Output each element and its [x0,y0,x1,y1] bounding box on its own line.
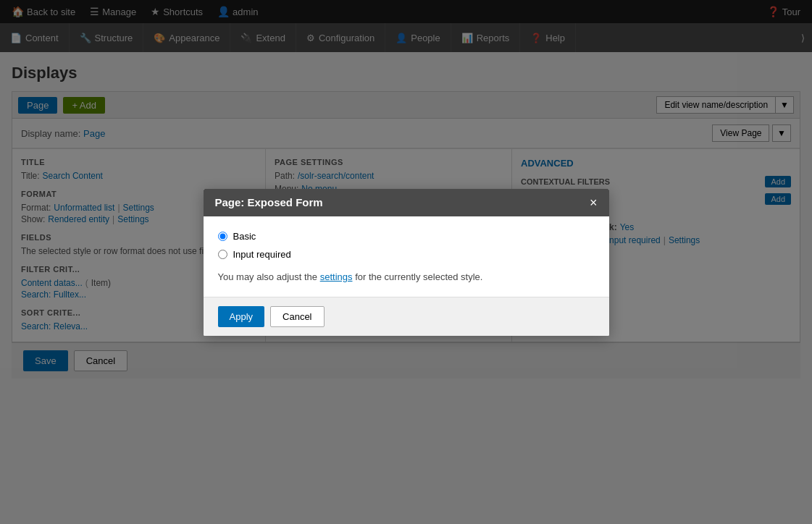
modal-close-button[interactable]: × [590,196,598,209]
radio-basic: Basic [218,231,595,242]
radio-basic-label[interactable]: Basic [233,231,256,242]
modal-dialog: Page: Exposed Form × Basic Input require… [204,189,609,336]
settings-link[interactable]: settings [320,271,353,282]
cancel-modal-button[interactable]: Cancel [270,306,324,327]
radio-group: Basic Input required [218,231,595,260]
modal-overlay: Page: Exposed Form × Basic Input require… [0,0,812,390]
radio-input-required-input[interactable] [218,250,227,259]
modal-body: Basic Input required You may also adjust… [204,216,609,297]
modal-header: Page: Exposed Form × [204,189,609,216]
radio-basic-input[interactable] [218,232,227,241]
radio-input-required: Input required [218,249,595,260]
modal-footer: Apply Cancel [204,297,609,336]
radio-input-required-label[interactable]: Input required [233,249,291,260]
modal-note: You may also adjust the settings for the… [218,271,595,282]
modal-title: Page: Exposed Form [215,196,323,208]
apply-button[interactable]: Apply [218,306,265,327]
